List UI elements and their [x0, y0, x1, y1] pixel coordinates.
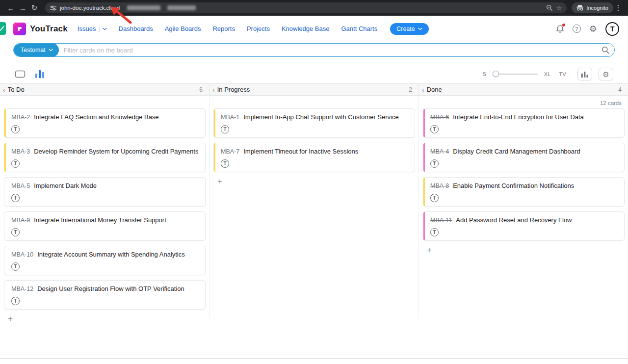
page-bottom-divider — [0, 358, 628, 359]
card-id[interactable]: MBA-4 — [430, 148, 449, 155]
priority-stripe — [4, 246, 6, 275]
card-id[interactable]: MBA-2 — [11, 114, 30, 121]
card[interactable]: MBA-11Add Password Reset and Recovery Fl… — [423, 211, 625, 241]
priority-stripe — [423, 178, 425, 206]
priority-stripe — [214, 143, 215, 172]
column-headers: ‹ To Do 6 ‹ In Progress 2 ‹ Done 4 — [0, 83, 628, 96]
card-title: Add Password Reset and Recovery Flow — [456, 216, 572, 224]
nav-issues-label: Issues — [78, 25, 96, 32]
tv-mode-button[interactable]: TV — [559, 71, 566, 77]
nav-agile-boards[interactable]: Agile Boards — [165, 25, 201, 32]
browser-menu-icon[interactable]: ⋮ — [613, 3, 623, 12]
column-todo: MBA-2Integrate FAQ Section and Knowledge… — [0, 96, 209, 318]
card[interactable]: MBA-8Enable Payment Confirmation Notific… — [423, 177, 625, 207]
assignee-avatar: T — [11, 125, 20, 133]
add-card-button[interactable]: + — [215, 177, 224, 185]
collapse-column-icon[interactable]: ‹ — [422, 86, 424, 93]
card-id[interactable]: MBA-3 — [11, 148, 30, 155]
assignee-avatar: T — [430, 159, 439, 168]
chevron-down-icon[interactable] — [103, 27, 107, 30]
card-title: Implement Timeout for Inactive Sessions — [243, 148, 358, 155]
priority-stripe — [4, 143, 6, 172]
annotation-arrow — [109, 6, 132, 25]
create-button-label: Create — [396, 26, 415, 32]
filter-cards-input[interactable] — [59, 47, 602, 54]
search-icon[interactable] — [602, 46, 609, 54]
collapse-column-icon[interactable]: ‹ — [3, 86, 5, 93]
nav-knowledge-base[interactable]: Knowledge Base — [282, 25, 330, 32]
add-card-button[interactable]: + — [6, 314, 15, 323]
card-title: Integrate Account Summary with Spending … — [37, 251, 185, 258]
browser-reload-button[interactable]: ↻ — [28, 2, 40, 14]
edit-sidebar-tab-icon[interactable] — [0, 22, 6, 35]
card[interactable]: MBA-1Implement In-App Chat Support with … — [213, 108, 415, 138]
nav-gantt-charts[interactable]: Gantt Charts — [341, 25, 377, 32]
youtrack-logo-icon[interactable] — [13, 23, 26, 35]
card-id[interactable]: MBA-1 — [221, 114, 239, 121]
card[interactable]: MBA-9Integrate International Money Trans… — [4, 211, 206, 241]
gear-icon: ⚙ — [602, 71, 609, 78]
card-id[interactable]: MBA-11 — [430, 217, 452, 224]
settings-gear-icon[interactable]: ⚙ — [589, 25, 597, 33]
backlog-panel-icon[interactable] — [15, 70, 26, 78]
nav-reports[interactable]: Reports — [212, 25, 235, 32]
column-count: 2 — [409, 86, 412, 93]
browser-toolbar: ← → ↻ john-doe.youtrack.cloud ☆ Incognit… — [0, 0, 628, 16]
user-avatar[interactable]: T — [605, 22, 619, 36]
add-card-button[interactable]: + — [425, 246, 434, 254]
card[interactable]: MBA-4Display Credit Card Management Dash… — [423, 143, 625, 172]
nav-dashboards[interactable]: Dashboards — [119, 25, 153, 32]
card[interactable]: MBA-2Integrate FAQ Section and Knowledge… — [4, 108, 206, 138]
card-size-large-label: XL — [544, 71, 550, 77]
card-title: Integrate FAQ Section and Knowledge Base — [34, 113, 158, 121]
card[interactable]: MBA-5Implement Dark Mode T — [4, 177, 206, 207]
site-settings-tune-icon[interactable] — [50, 5, 56, 11]
nav-projects[interactable]: Projects — [247, 25, 270, 32]
slider-knob[interactable] — [493, 71, 499, 77]
card-id[interactable]: MBA-12 — [11, 286, 33, 292]
chevron-down-icon — [49, 49, 53, 52]
chevron-down-icon — [418, 27, 422, 30]
card[interactable]: MBA-7Implement Timeout for Inactive Sess… — [213, 143, 415, 172]
card-size-slider[interactable] — [493, 71, 538, 78]
app-brand: YouTrack — [30, 24, 68, 34]
column-title: To Do — [8, 86, 25, 93]
zoom-icon[interactable] — [546, 4, 553, 11]
card-id[interactable]: MBA-10 — [11, 251, 33, 258]
notification-dot — [562, 24, 565, 26]
card-id[interactable]: MBA-7 — [221, 148, 239, 155]
board-selector-button[interactable]: Testomat — [14, 43, 59, 57]
slider-track[interactable] — [493, 74, 538, 75]
card-title: Design User Registration Flow with OTP V… — [37, 285, 184, 292]
board-settings-button[interactable]: ⚙ — [599, 68, 613, 80]
incognito-badge: Incognito — [572, 2, 613, 13]
board-display-controls: S XL TV ⚙ — [482, 68, 613, 80]
card-id[interactable]: MBA-5 — [11, 182, 30, 189]
priority-stripe — [214, 109, 215, 137]
card-id[interactable]: MBA-9 — [11, 217, 30, 224]
card-id[interactable]: MBA-6 — [430, 114, 449, 121]
collapse-column-icon[interactable]: ‹ — [212, 86, 215, 93]
cards-total-label: 12 cards — [600, 100, 622, 106]
assignee-avatar: T — [11, 297, 20, 305]
card[interactable]: MBA-3Develop Reminder System for Upcomin… — [4, 143, 206, 172]
incognito-icon — [576, 5, 583, 11]
card[interactable]: MBA-12Design User Registration Flow with… — [4, 280, 206, 310]
help-icon[interactable]: ? — [573, 25, 581, 33]
notifications-bell-icon[interactable] — [556, 25, 564, 33]
card-title: Integrate End-to-End Encryption for User… — [453, 113, 584, 121]
bookmark-star-icon[interactable]: ☆ — [556, 4, 562, 12]
browser-back-button[interactable]: ← — [5, 2, 17, 14]
column-done: MBA-6Integrate End-to-End Encryption for… — [419, 96, 628, 318]
nav-issues[interactable]: Issues | — [78, 25, 107, 32]
board-controls: S XL TV ⚙ — [15, 68, 613, 80]
card[interactable]: MBA-6Integrate End-to-End Encryption for… — [423, 108, 625, 138]
card-title: Display Credit Card Management Dashboard — [453, 148, 580, 155]
browser-forward-button[interactable]: → — [17, 2, 28, 14]
card[interactable]: MBA-10Integrate Account Summary with Spe… — [4, 246, 206, 275]
card-id[interactable]: MBA-8 — [430, 182, 449, 189]
board-chart-button[interactable] — [577, 68, 592, 80]
assignee-avatar: T — [11, 262, 20, 271]
chart-view-icon[interactable] — [35, 70, 44, 78]
create-button[interactable]: Create — [390, 23, 429, 35]
